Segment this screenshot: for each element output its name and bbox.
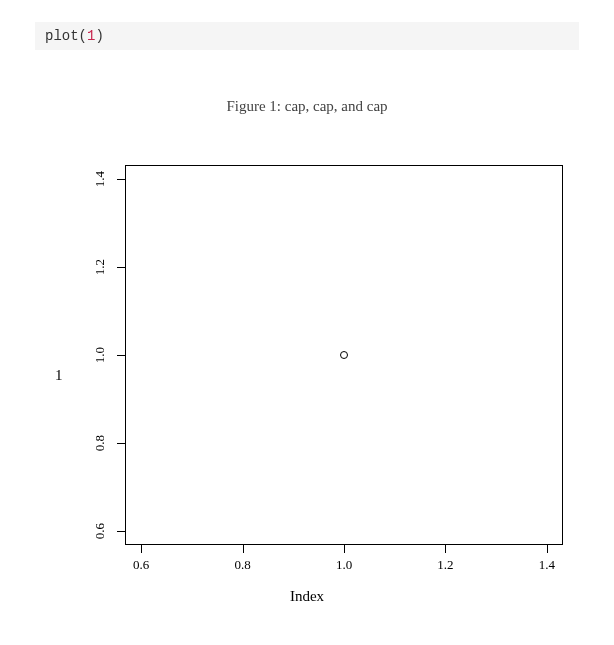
y-tick — [117, 531, 125, 532]
y-tick-label: 0.6 — [92, 516, 108, 546]
y-tick — [117, 179, 125, 180]
y-tick — [117, 267, 125, 268]
x-tick — [547, 545, 548, 553]
x-tick-label: 1.4 — [539, 557, 555, 573]
y-tick-label: 1.0 — [92, 340, 108, 370]
y-tick — [117, 355, 125, 356]
figure-caption: Figure 1: cap, cap, and cap — [0, 98, 614, 115]
data-point — [340, 351, 348, 359]
x-tick — [344, 545, 345, 553]
x-tick — [141, 545, 142, 553]
code-close-paren: ) — [95, 28, 103, 44]
y-tick-label: 1.4 — [92, 164, 108, 194]
y-tick-label: 0.8 — [92, 428, 108, 458]
x-tick-label: 1.0 — [336, 557, 352, 573]
y-tick-label: 1.2 — [92, 252, 108, 282]
x-axis-label: Index — [290, 588, 324, 605]
x-tick-label: 1.2 — [437, 557, 453, 573]
code-function: plot — [45, 28, 79, 44]
x-tick — [445, 545, 446, 553]
y-axis-label: 1 — [55, 367, 63, 384]
code-block: plot(1) — [35, 22, 579, 50]
y-tick — [117, 443, 125, 444]
x-tick — [243, 545, 244, 553]
x-tick-label: 0.8 — [234, 557, 250, 573]
x-tick-label: 0.6 — [133, 557, 149, 573]
code-open-paren: ( — [79, 28, 87, 44]
chart-container: 1 Index 0.60.81.01.21.40.60.81.01.21.4 — [37, 135, 577, 615]
